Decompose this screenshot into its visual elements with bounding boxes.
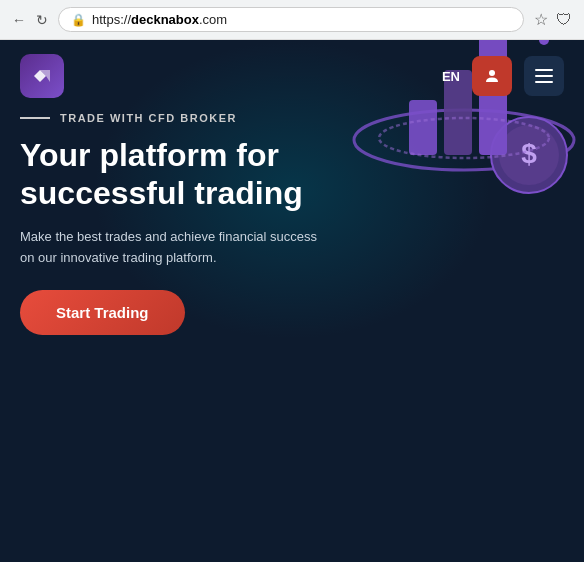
back-button[interactable]: ← bbox=[12, 12, 26, 28]
hero-subtitle: Make the best trades and achieve financi… bbox=[20, 227, 320, 269]
menu-button[interactable] bbox=[524, 56, 564, 96]
hero-title: Your platform for successful trading bbox=[20, 136, 340, 213]
address-bar[interactable]: 🔒 https://decknabox.com bbox=[58, 7, 524, 32]
shield-icon: 🛡 bbox=[556, 11, 572, 29]
reload-button[interactable]: ↻ bbox=[36, 12, 48, 28]
bookmark-icon[interactable]: ☆ bbox=[534, 10, 548, 29]
user-button[interactable] bbox=[472, 56, 512, 96]
url-text: https://decknabox.com bbox=[92, 12, 227, 27]
logo[interactable] bbox=[20, 54, 64, 98]
header-right: EN bbox=[442, 56, 564, 96]
svg-rect-1 bbox=[535, 69, 553, 71]
website: EN $ bbox=[0, 40, 584, 562]
tag-line-decoration bbox=[20, 117, 50, 119]
hero-tag: TRADE WITH CFD BROKER bbox=[20, 112, 564, 124]
browser-nav-buttons: ← ↻ bbox=[12, 12, 48, 28]
browser-chrome: ← ↻ 🔒 https://decknabox.com ☆ 🛡 bbox=[0, 0, 584, 40]
tag-text: TRADE WITH CFD BROKER bbox=[60, 112, 237, 124]
hero-section: TRADE WITH CFD BROKER Your platform for … bbox=[0, 112, 584, 355]
svg-rect-2 bbox=[535, 75, 553, 77]
start-trading-button[interactable]: Start Trading bbox=[20, 290, 185, 335]
language-selector[interactable]: EN bbox=[442, 69, 460, 84]
lock-icon: 🔒 bbox=[71, 13, 86, 27]
browser-actions: ☆ 🛡 bbox=[534, 10, 572, 29]
svg-rect-3 bbox=[535, 81, 553, 83]
svg-point-0 bbox=[489, 70, 495, 76]
site-header: EN bbox=[0, 40, 584, 112]
